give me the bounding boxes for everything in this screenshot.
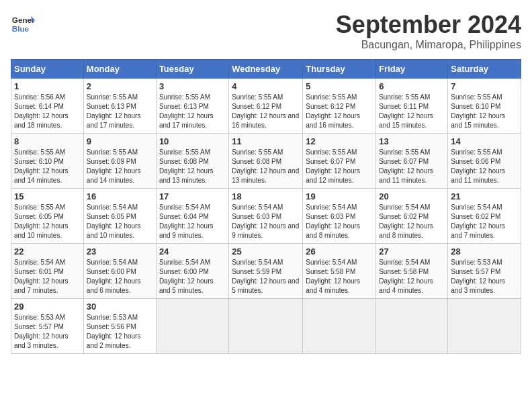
day-info: Sunrise: 5:54 AMSunset: 5:58 PMDaylight:… <box>379 259 433 294</box>
svg-text:Blue: Blue <box>12 24 30 33</box>
day-cell: 16 Sunrise: 5:54 AMSunset: 6:05 PMDaylig… <box>83 189 156 244</box>
day-cell: 5 Sunrise: 5:55 AMSunset: 6:12 PMDayligh… <box>303 79 376 134</box>
day-cell: 12 Sunrise: 5:55 AMSunset: 6:07 PMDaylig… <box>303 134 376 189</box>
day-number: 2 <box>87 81 153 91</box>
day-number: 3 <box>159 81 226 91</box>
day-cell: 25 Sunrise: 5:54 AMSunset: 5:59 PMDaylig… <box>229 244 303 299</box>
day-info: Sunrise: 5:53 AMSunset: 5:57 PMDaylight:… <box>14 314 69 349</box>
week-row-3: 15 Sunrise: 5:55 AMSunset: 6:05 PMDaylig… <box>11 189 521 244</box>
header-row: SundayMondayTuesdayWednesdayThursdayFrid… <box>11 60 521 79</box>
day-info: Sunrise: 5:55 AMSunset: 6:12 PMDaylight:… <box>306 93 360 129</box>
day-cell: 7 Sunrise: 5:55 AMSunset: 6:10 PMDayligh… <box>448 79 521 134</box>
day-info: Sunrise: 5:55 AMSunset: 6:12 PMDaylight:… <box>232 93 299 129</box>
day-number: 25 <box>232 246 300 257</box>
day-cell: 6 Sunrise: 5:55 AMSunset: 6:11 PMDayligh… <box>376 79 448 134</box>
day-info: Sunrise: 5:53 AMSunset: 5:56 PMDaylight:… <box>87 314 141 349</box>
day-number: 11 <box>232 136 300 146</box>
col-header-wednesday: Wednesday <box>229 60 303 79</box>
day-number: 8 <box>14 136 81 146</box>
day-info: Sunrise: 5:54 AMSunset: 6:01 PMDaylight:… <box>14 259 69 294</box>
day-number: 10 <box>159 136 226 146</box>
day-number: 14 <box>451 136 518 146</box>
day-cell: 21 Sunrise: 5:54 AMSunset: 6:02 PMDaylig… <box>448 189 521 244</box>
day-info: Sunrise: 5:55 AMSunset: 6:13 PMDaylight:… <box>87 93 141 129</box>
day-cell: 18 Sunrise: 5:54 AMSunset: 6:03 PMDaylig… <box>229 189 303 244</box>
day-info: Sunrise: 5:54 AMSunset: 6:04 PMDaylight:… <box>159 203 214 239</box>
day-info: Sunrise: 5:54 AMSunset: 5:59 PMDaylight:… <box>232 259 299 294</box>
col-header-sunday: Sunday <box>11 60 84 79</box>
day-number: 26 <box>306 246 373 257</box>
day-cell: 27 Sunrise: 5:54 AMSunset: 5:58 PMDaylig… <box>376 244 448 299</box>
col-header-tuesday: Tuesday <box>156 60 228 79</box>
day-number: 12 <box>306 136 373 146</box>
day-number: 6 <box>379 81 445 91</box>
day-info: Sunrise: 5:54 AMSunset: 6:05 PMDaylight:… <box>87 203 141 239</box>
col-header-friday: Friday <box>376 60 448 79</box>
day-info: Sunrise: 5:54 AMSunset: 6:03 PMDaylight:… <box>232 203 299 239</box>
day-number: 15 <box>14 191 81 201</box>
day-cell: 1 Sunrise: 5:56 AMSunset: 6:14 PMDayligh… <box>11 79 84 134</box>
day-cell <box>376 299 448 354</box>
day-info: Sunrise: 5:55 AMSunset: 6:13 PMDaylight:… <box>159 93 214 129</box>
day-info: Sunrise: 5:55 AMSunset: 6:08 PMDaylight:… <box>232 148 299 184</box>
logo-icon: General Blue <box>11 11 35 35</box>
day-info: Sunrise: 5:55 AMSunset: 6:07 PMDaylight:… <box>306 148 360 184</box>
day-cell: 8 Sunrise: 5:55 AMSunset: 6:10 PMDayligh… <box>11 134 84 189</box>
day-cell: 29 Sunrise: 5:53 AMSunset: 5:57 PMDaylig… <box>11 299 84 354</box>
month-title: September 2024 <box>336 11 521 39</box>
calendar-table: SundayMondayTuesdayWednesdayThursdayFrid… <box>11 59 521 354</box>
day-cell <box>229 299 303 354</box>
logo: General Blue <box>11 11 35 35</box>
day-cell: 11 Sunrise: 5:55 AMSunset: 6:08 PMDaylig… <box>229 134 303 189</box>
day-cell: 4 Sunrise: 5:55 AMSunset: 6:12 PMDayligh… <box>229 79 303 134</box>
day-number: 1 <box>14 81 81 91</box>
day-number: 9 <box>87 136 153 146</box>
day-number: 27 <box>379 246 445 257</box>
day-cell: 15 Sunrise: 5:55 AMSunset: 6:05 PMDaylig… <box>11 189 84 244</box>
day-number: 22 <box>14 246 81 257</box>
day-cell: 26 Sunrise: 5:54 AMSunset: 5:58 PMDaylig… <box>303 244 376 299</box>
day-cell: 22 Sunrise: 5:54 AMSunset: 6:01 PMDaylig… <box>11 244 84 299</box>
day-info: Sunrise: 5:55 AMSunset: 6:10 PMDaylight:… <box>14 148 69 184</box>
page-header: General Blue September 2024 Bacungan, Mi… <box>11 11 521 51</box>
day-cell: 9 Sunrise: 5:55 AMSunset: 6:09 PMDayligh… <box>83 134 156 189</box>
day-number: 7 <box>451 81 518 91</box>
day-number: 16 <box>87 191 153 201</box>
day-number: 23 <box>87 246 153 257</box>
day-number: 30 <box>87 302 153 312</box>
day-cell: 3 Sunrise: 5:55 AMSunset: 6:13 PMDayligh… <box>156 79 228 134</box>
day-info: Sunrise: 5:54 AMSunset: 6:00 PMDaylight:… <box>159 259 214 294</box>
day-info: Sunrise: 5:55 AMSunset: 6:06 PMDaylight:… <box>451 148 505 184</box>
day-number: 29 <box>14 302 81 312</box>
day-cell: 30 Sunrise: 5:53 AMSunset: 5:56 PMDaylig… <box>83 299 156 354</box>
day-cell: 19 Sunrise: 5:54 AMSunset: 6:03 PMDaylig… <box>303 189 376 244</box>
title-block: September 2024 Bacungan, Mimaropa, Phili… <box>336 11 521 51</box>
day-info: Sunrise: 5:54 AMSunset: 6:02 PMDaylight:… <box>451 203 505 239</box>
day-info: Sunrise: 5:55 AMSunset: 6:05 PMDaylight:… <box>14 203 69 239</box>
day-info: Sunrise: 5:54 AMSunset: 5:58 PMDaylight:… <box>306 259 360 294</box>
day-info: Sunrise: 5:53 AMSunset: 5:57 PMDaylight:… <box>451 259 505 294</box>
day-cell: 2 Sunrise: 5:55 AMSunset: 6:13 PMDayligh… <box>83 79 156 134</box>
day-number: 17 <box>159 191 226 201</box>
day-cell: 24 Sunrise: 5:54 AMSunset: 6:00 PMDaylig… <box>156 244 228 299</box>
day-cell <box>156 299 228 354</box>
day-cell <box>448 299 521 354</box>
day-cell: 23 Sunrise: 5:54 AMSunset: 6:00 PMDaylig… <box>83 244 156 299</box>
week-row-1: 1 Sunrise: 5:56 AMSunset: 6:14 PMDayligh… <box>11 79 521 134</box>
col-header-saturday: Saturday <box>448 60 521 79</box>
day-cell: 17 Sunrise: 5:54 AMSunset: 6:04 PMDaylig… <box>156 189 228 244</box>
day-cell: 20 Sunrise: 5:54 AMSunset: 6:02 PMDaylig… <box>376 189 448 244</box>
location: Bacungan, Mimaropa, Philippines <box>336 39 521 51</box>
day-info: Sunrise: 5:56 AMSunset: 6:14 PMDaylight:… <box>14 93 69 129</box>
day-number: 5 <box>306 81 373 91</box>
day-cell: 10 Sunrise: 5:55 AMSunset: 6:08 PMDaylig… <box>156 134 228 189</box>
day-info: Sunrise: 5:55 AMSunset: 6:09 PMDaylight:… <box>87 148 141 184</box>
day-info: Sunrise: 5:54 AMSunset: 6:02 PMDaylight:… <box>379 203 433 239</box>
day-cell: 14 Sunrise: 5:55 AMSunset: 6:06 PMDaylig… <box>448 134 521 189</box>
day-number: 4 <box>232 81 300 91</box>
day-info: Sunrise: 5:55 AMSunset: 6:10 PMDaylight:… <box>451 93 505 129</box>
week-row-5: 29 Sunrise: 5:53 AMSunset: 5:57 PMDaylig… <box>11 299 521 354</box>
day-cell: 28 Sunrise: 5:53 AMSunset: 5:57 PMDaylig… <box>448 244 521 299</box>
day-number: 24 <box>159 246 226 257</box>
day-cell <box>303 299 376 354</box>
